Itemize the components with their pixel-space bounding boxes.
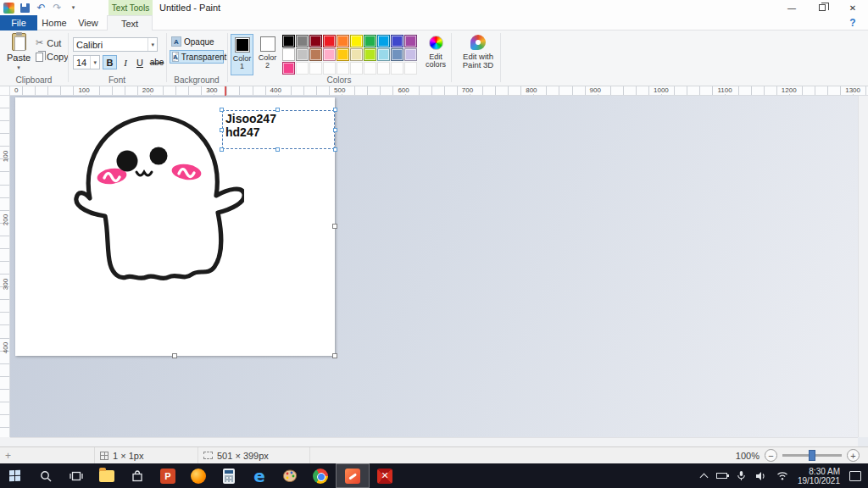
- color2-button[interactable]: Color 2: [256, 34, 279, 75]
- bold-button[interactable]: B: [103, 55, 117, 69]
- palette-empty-swatch[interactable]: [323, 62, 336, 75]
- transparent-button[interactable]: A Transparent: [170, 50, 224, 64]
- palette-empty-swatch[interactable]: [309, 62, 322, 75]
- text-box-selection[interactable]: Jisoo247 hd247: [222, 110, 335, 149]
- vertical-scrollbar[interactable]: [858, 96, 868, 437]
- palette-color-swatch[interactable]: [364, 48, 376, 61]
- textbox-handle-e[interactable]: [333, 128, 337, 132]
- color1-button[interactable]: Color 1: [231, 34, 253, 75]
- tab-text-active[interactable]: Text: [107, 15, 153, 31]
- taskbar-app-powerpoint[interactable]: P: [153, 463, 183, 488]
- copy-button[interactable]: Copy: [36, 52, 69, 62]
- task-view-button[interactable]: [61, 463, 92, 488]
- canvas-resize-handle-se[interactable]: [332, 353, 337, 358]
- palette-color-swatch[interactable]: [377, 48, 390, 61]
- canvas-resize-handle-e[interactable]: [332, 224, 337, 229]
- taskbar-app-red[interactable]: [370, 463, 400, 488]
- taskbar-app-calculator[interactable]: [214, 463, 244, 488]
- palette-color-swatch[interactable]: [296, 48, 309, 61]
- tab-view[interactable]: View: [71, 15, 105, 30]
- palette-color-swatch[interactable]: [391, 35, 403, 47]
- palette-empty-swatch[interactable]: [337, 62, 349, 75]
- tab-home[interactable]: Home: [37, 15, 71, 30]
- palette-color-swatch[interactable]: [337, 35, 349, 47]
- underline-button[interactable]: U: [133, 55, 147, 69]
- palette-color-swatch[interactable]: [309, 35, 322, 47]
- undo-button[interactable]: ↶: [34, 1, 48, 14]
- palette-color-swatch[interactable]: [350, 35, 363, 47]
- palette-color-swatch[interactable]: [364, 35, 376, 47]
- taskbar-clock[interactable]: 8:30 AM 19/10/2021: [798, 467, 840, 485]
- palette-color-swatch[interactable]: [309, 48, 322, 61]
- microphone-icon[interactable]: [737, 470, 746, 481]
- textbox-handle-w[interactable]: [220, 128, 224, 132]
- tab-file[interactable]: File: [0, 15, 37, 30]
- palette-empty-swatch[interactable]: [350, 62, 363, 75]
- palette-color-swatch[interactable]: [296, 35, 309, 47]
- textbox-handle-nw[interactable]: [220, 108, 224, 112]
- speaker-icon[interactable]: [755, 471, 767, 481]
- palette-color-swatch[interactable]: [323, 48, 336, 61]
- textbox-handle-sw[interactable]: [220, 147, 224, 152]
- palette-color-swatch[interactable]: [282, 62, 295, 75]
- tray-chevron-up-icon[interactable]: [699, 473, 708, 481]
- close-button[interactable]: ✕: [837, 0, 868, 15]
- palette-empty-swatch[interactable]: [404, 62, 417, 75]
- taskbar-app-store[interactable]: [122, 463, 153, 488]
- palette-empty-swatch[interactable]: [364, 62, 376, 75]
- paste-button[interactable]: Paste ▾: [5, 33, 32, 75]
- textbox-handle-n[interactable]: [275, 108, 280, 112]
- network-icon[interactable]: [776, 471, 788, 480]
- palette-color-swatch[interactable]: [282, 48, 295, 61]
- taskbar-search-button[interactable]: [31, 463, 61, 488]
- redo-button[interactable]: ↷: [50, 1, 64, 14]
- palette-color-swatch[interactable]: [337, 48, 349, 61]
- taskbar-app-paint[interactable]: [275, 463, 305, 488]
- palette-empty-swatch[interactable]: [391, 62, 403, 75]
- minimize-button[interactable]: —: [776, 0, 807, 15]
- start-button[interactable]: [0, 463, 31, 488]
- palette-empty-swatch[interactable]: [296, 62, 309, 75]
- palette-empty-swatch[interactable]: [377, 62, 390, 75]
- task-view-icon: [70, 469, 83, 483]
- taskbar-app-paint-active[interactable]: [336, 463, 370, 488]
- font-size-dropdown[interactable]: 14 ▾: [73, 55, 100, 69]
- contextual-tab-text-tools[interactable]: Text Tools: [108, 0, 153, 15]
- textbox-handle-s[interactable]: [275, 147, 280, 152]
- battery-icon[interactable]: [716, 473, 727, 479]
- ruler-v-number: 400: [2, 340, 9, 357]
- palette-color-swatch[interactable]: [404, 48, 417, 61]
- strikethrough-button[interactable]: abe: [147, 55, 166, 69]
- help-button[interactable]: ?: [846, 17, 860, 29]
- zoom-in-button[interactable]: +: [847, 449, 860, 462]
- palette-color-swatch[interactable]: [377, 35, 390, 47]
- zoom-slider-thumb[interactable]: [809, 450, 815, 461]
- horizontal-scrollbar[interactable]: [10, 437, 858, 446]
- font-family-dropdown[interactable]: Calibri ▾: [73, 37, 158, 52]
- palette-color-swatch[interactable]: [391, 48, 403, 61]
- textbox-handle-se[interactable]: [333, 147, 337, 152]
- customize-toolbar-dropdown[interactable]: ▾: [66, 1, 81, 14]
- save-button[interactable]: [18, 1, 32, 14]
- palette-color-swatch[interactable]: [282, 35, 295, 47]
- edit-with-paint3d-button[interactable]: Edit with Paint 3D: [458, 34, 498, 75]
- palette-color-swatch[interactable]: [323, 35, 336, 47]
- palette-color-swatch[interactable]: [404, 35, 417, 47]
- textbox-handle-ne[interactable]: [333, 108, 337, 112]
- canvas-resize-handle-s[interactable]: [172, 353, 177, 358]
- taskbar-app-edge[interactable]: e: [244, 463, 275, 488]
- italic-button[interactable]: I: [119, 55, 132, 69]
- zoom-slider[interactable]: [782, 454, 842, 457]
- palette-color-swatch[interactable]: [350, 48, 363, 61]
- opaque-button[interactable]: A Opaque: [170, 35, 224, 48]
- zoom-out-button[interactable]: −: [765, 449, 777, 462]
- action-center-icon[interactable]: [849, 471, 861, 481]
- taskbar-app-firefox[interactable]: [183, 463, 214, 488]
- drawing-canvas[interactable]: Jisoo247 hd247: [15, 97, 335, 356]
- taskbar-app-chrome[interactable]: [305, 463, 336, 488]
- restore-button[interactable]: [807, 0, 837, 15]
- edit-colors-button[interactable]: Edit colors: [422, 34, 449, 75]
- cut-button[interactable]: ✂ Cut: [36, 37, 61, 48]
- file-explorer-icon: [99, 470, 114, 482]
- taskbar-app-file-explorer[interactable]: [92, 463, 122, 488]
